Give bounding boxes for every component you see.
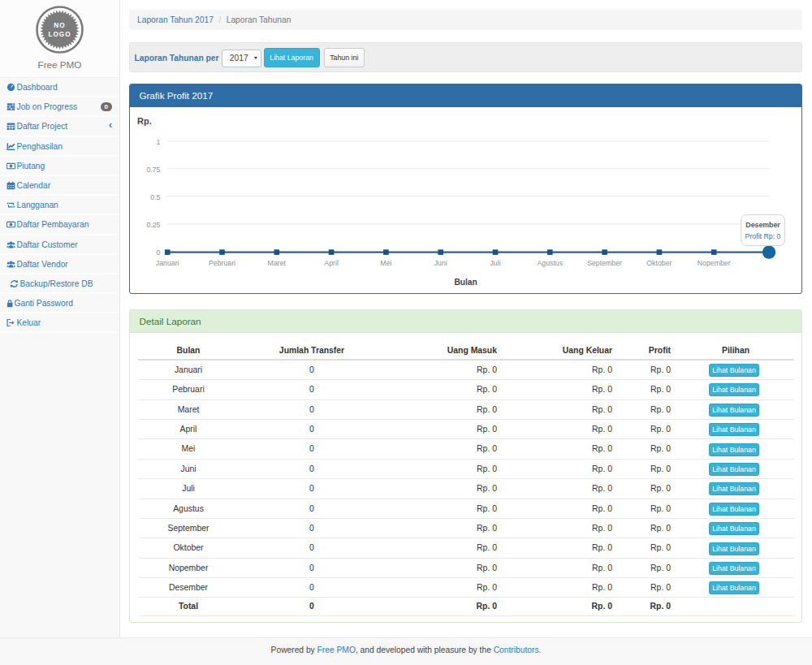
- svg-text:Januari: Januari: [156, 259, 179, 267]
- svg-text:Agustus: Agustus: [537, 259, 563, 267]
- svg-text:Oktober: Oktober: [646, 259, 672, 267]
- svg-text:1: 1: [157, 138, 161, 146]
- svg-text:Rp.: Rp.: [137, 116, 152, 126]
- svg-text:LOGO: LOGO: [48, 31, 71, 38]
- svg-text:0.5: 0.5: [150, 193, 160, 201]
- svg-text:Juli: Juli: [490, 259, 500, 267]
- svg-text:Bulan: Bulan: [454, 278, 477, 287]
- svg-text:September: September: [587, 259, 622, 267]
- svg-text:April: April: [324, 259, 339, 267]
- svg-text:Pebruari: Pebruari: [209, 259, 235, 267]
- svg-text:0: 0: [157, 248, 161, 257]
- svg-text:Nopember: Nopember: [698, 259, 731, 267]
- svg-text:0.75: 0.75: [146, 166, 160, 174]
- svg-text:Mei: Mei: [380, 259, 391, 267]
- svg-text:Juni: Juni: [434, 259, 447, 267]
- svg-text:0.25: 0.25: [146, 221, 160, 229]
- svg-text:Maret: Maret: [268, 259, 287, 267]
- svg-text:NO: NO: [54, 22, 65, 29]
